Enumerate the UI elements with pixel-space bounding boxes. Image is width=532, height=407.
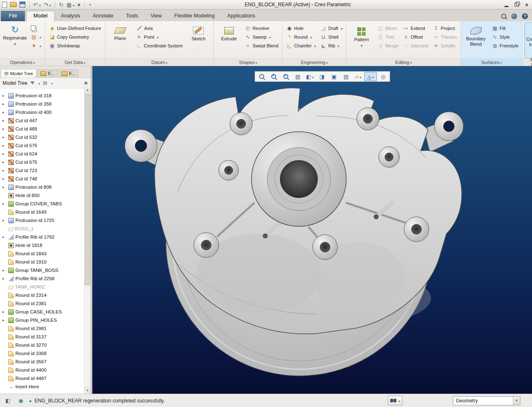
tab-favorites[interactable]: F... [58,69,79,77]
tree-item[interactable]: Hole id 1818 [1,241,84,249]
expand-arrow-icon[interactable] [2,160,7,164]
right-tab[interactable] [424,112,463,152]
tab-file[interactable]: File [1,11,25,21]
tab-applications[interactable]: Applications [221,11,261,21]
tree-filters-icon[interactable] [30,81,35,84]
tree-item[interactable]: TANK_HORIZ [1,283,84,291]
expand-arrow-icon[interactable] [2,310,7,314]
expand-arrow-icon[interactable] [2,119,7,123]
expand-arrow-icon[interactable] [2,177,7,181]
tree-item[interactable]: Round id 2314 [1,291,84,299]
swept-blend-button[interactable]: ≈Swept Blend [243,41,280,50]
tree-item[interactable]: Insert Here [1,382,84,391]
help-icon[interactable]: ? [522,13,528,19]
surfaces-group-label[interactable]: Surfaces [461,59,522,66]
tree-item[interactable]: Group PIN_HOLES [1,316,84,324]
display-style-button[interactable]: ◧ [304,72,316,81]
solidify-button[interactable]: ■Solidify [431,41,459,50]
expand-arrow-icon[interactable] [2,269,7,272]
sketch-button[interactable]: Sketch [186,22,211,58]
expand-arrow-icon[interactable] [2,318,7,322]
mirror-button[interactable]: ◫Mirror [376,24,400,32]
expand-arrow-icon[interactable] [2,219,7,222]
tree-filters-dropdown-icon[interactable] [37,80,40,86]
tree-item[interactable]: Protrusion id 400 [1,108,84,116]
annotation-display-dropdown-icon[interactable] [371,74,374,80]
datum-display-dropdown-icon[interactable] [359,74,361,80]
copy-geometry-button[interactable]: ◪Copy Geometry [47,32,103,41]
annotation-display-button[interactable]: ◬ [364,72,377,81]
tree-item[interactable]: Round id 1843 [1,249,84,258]
sweep-dropdown-icon[interactable] [268,35,271,39]
operations-group-label[interactable]: Operations [0,59,45,66]
tab-analysis[interactable]: Analysis [54,11,87,21]
plane-button[interactable]: Plane [107,22,133,58]
undo-dropdown-icon[interactable] [38,1,41,8]
expand-arrow-icon[interactable] [2,169,7,173]
named-views-button[interactable]: ▤ [340,72,352,81]
expand-arrow-icon[interactable] [2,235,7,239]
round-dropdown-icon[interactable] [309,35,312,39]
tree-item[interactable]: Round id 1910 [1,258,84,266]
selection-filter-dropdown[interactable]: Geometry ▼ [453,396,520,405]
undo-button[interactable]: ↶ [33,1,41,8]
component-interface-button[interactable]: Component Interface [525,22,532,58]
revolve-button[interactable]: ◴Revolve [243,24,280,32]
expand-arrow-icon[interactable] [2,144,7,148]
tree-item[interactable]: Round id 2981 [1,324,84,333]
tree-item[interactable]: Round id 1649 [1,208,84,216]
spin-center-button[interactable]: ◎ [377,72,389,81]
delete-dropdown-icon[interactable] [39,43,41,48]
offset-button[interactable]: ≡Offset [401,32,430,41]
shapes-group-label[interactable]: Shapes [214,59,282,66]
chamfer-button[interactable]: ◺Chamfer [285,41,317,50]
tree-item[interactable]: Group CASE_HOLES [1,308,84,316]
selection-filter-arrow-icon[interactable]: ▼ [513,397,520,405]
style-button[interactable]: ∿Style [490,32,520,41]
tree-columns-dropdown-icon[interactable] [50,80,52,86]
window-manager-button[interactable]: ▦ [67,1,74,8]
expand-arrow-icon[interactable] [2,111,7,114]
regenerate-dropdown-icon[interactable] [14,41,16,47]
get-data-group-label[interactable]: Get Data [45,59,105,66]
tab-annotate[interactable]: Annotate [87,11,120,21]
tree-item[interactable]: Protrusion id 808 [1,183,84,191]
tree-scrollbar[interactable]: ▲ ▼ [84,87,91,394]
resource-center-icon[interactable] [511,13,517,19]
tab-model-tree[interactable]: ▤Model Tree [1,69,36,77]
draft-button[interactable]: ◿Draft [319,24,344,32]
datum-group-label[interactable]: Datum [105,59,214,66]
tree-item[interactable]: Round id 2381 [1,299,84,308]
graphics-area[interactable]: ▨ ◧ ◨ ▣ ▤ ▱ ◬ ◎ [92,66,532,394]
user-defined-feature-button[interactable]: ◈User-Defined Feature [47,24,103,32]
paste-dropdown-icon[interactable] [39,35,41,39]
capture-image-button[interactable]: ▣ [328,72,340,81]
tree-item[interactable]: Round id 4487 [1,374,84,382]
delete-button[interactable]: × [29,41,43,50]
model-intent-group-label[interactable]: Model Intent [522,59,532,66]
tree-item[interactable]: Round id 3567 [1,358,84,366]
zoom-out-button[interactable] [280,72,292,81]
tree-item[interactable]: Cut id 748 [1,175,84,183]
expand-arrow-icon[interactable] [2,185,7,189]
pattern-button[interactable]: Pattern [349,22,374,58]
expand-arrow-icon[interactable] [2,94,7,98]
windows-dropdown-icon[interactable] [72,1,74,8]
point-button[interactable]: ×Point [134,32,185,41]
tree-item[interactable]: Cut id 624 [1,150,84,158]
tree-item[interactable]: Round id 4400 [1,366,84,374]
paste-button[interactable]: ▤ [29,32,43,41]
scroll-down-icon[interactable]: ▼ [84,387,91,394]
merge-button[interactable]: ∪Merge [376,41,400,50]
tree-item[interactable]: Hole id 850 [1,191,84,200]
chamfer-dropdown-icon[interactable] [313,43,316,48]
regenerate-quick-button[interactable]: ↻ [59,1,64,8]
minimize-button[interactable] [505,6,508,7]
tree-item[interactable]: Group TANK_BOSS [1,266,84,274]
draft-dropdown-icon[interactable] [340,26,342,31]
repaint-button[interactable]: ▨ [292,72,304,81]
browser-toggle-button[interactable]: ◉ [16,397,25,405]
tab-flexible-modeling[interactable]: Flexible Modeling [168,11,221,21]
tree-item[interactable]: BOSS_1 [1,224,84,233]
tree-item[interactable]: Cut id 575 [1,141,84,150]
